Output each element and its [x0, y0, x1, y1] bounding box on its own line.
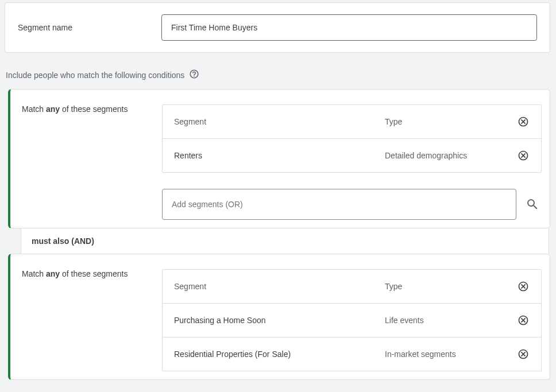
table-row: Purchasing a Home Soon Life events: [163, 304, 541, 337]
segment-type-cell: In-market segments: [385, 350, 517, 359]
segment-name-cell: Purchasing a Home Soon: [174, 316, 385, 325]
header-segment: Segment: [174, 282, 385, 291]
remove-segment-button[interactable]: [517, 314, 530, 327]
segment-type-cell: Life events: [385, 316, 517, 325]
condition-block-1: Match any of these segments Segment Type…: [8, 89, 550, 228]
match-prefix: Match: [22, 104, 46, 114]
match-bold: any: [46, 269, 60, 278]
conditions-header: Include people who match the following c…: [6, 69, 550, 81]
header-type: Type: [385, 117, 517, 126]
match-suffix: of these segments: [60, 104, 128, 114]
condition-block-2: Match any of these segments Segment Type…: [8, 254, 550, 380]
add-segments-input[interactable]: [162, 189, 516, 220]
remove-segment-button[interactable]: [517, 348, 530, 360]
table-row: Residential Properties (For Sale) In-mar…: [163, 337, 541, 371]
segments-area: Segment Type Renters Detailed demographi…: [162, 104, 542, 220]
match-label: Match any of these segments: [18, 104, 150, 220]
remove-segment-button[interactable]: [517, 149, 530, 162]
search-icon[interactable]: [526, 197, 539, 211]
add-segments-row: [162, 189, 542, 220]
remove-block-button[interactable]: [517, 280, 530, 293]
conditions-header-text: Include people who match the following c…: [6, 71, 184, 80]
segment-name-card: Segment name: [5, 2, 550, 53]
match-prefix: Match: [22, 269, 46, 278]
header-segment: Segment: [174, 117, 385, 126]
table-header-row: Segment Type: [163, 270, 541, 304]
segments-table: Segment Type Renters Detailed demographi…: [162, 104, 542, 173]
match-bold: any: [46, 104, 60, 114]
table-header-row: Segment Type: [163, 105, 541, 139]
segments-table: Segment Type Purchasing a Home Soon Life…: [162, 269, 542, 371]
segments-area: Segment Type Purchasing a Home Soon Life…: [162, 269, 542, 371]
match-label: Match any of these segments: [18, 269, 150, 371]
remove-block-button[interactable]: [517, 115, 530, 128]
segment-name-label: Segment name: [18, 23, 150, 32]
table-row: Renters Detailed demographics: [163, 139, 541, 172]
segment-name-input[interactable]: [161, 14, 537, 41]
and-connector: must also (AND): [21, 228, 549, 254]
segment-name-cell: Residential Properties (For Sale): [174, 350, 385, 359]
segment-name-cell: Renters: [174, 151, 385, 160]
match-suffix: of these segments: [60, 269, 128, 278]
help-icon[interactable]: [189, 69, 199, 81]
header-type: Type: [385, 282, 517, 291]
segment-type-cell: Detailed demographics: [385, 151, 517, 160]
